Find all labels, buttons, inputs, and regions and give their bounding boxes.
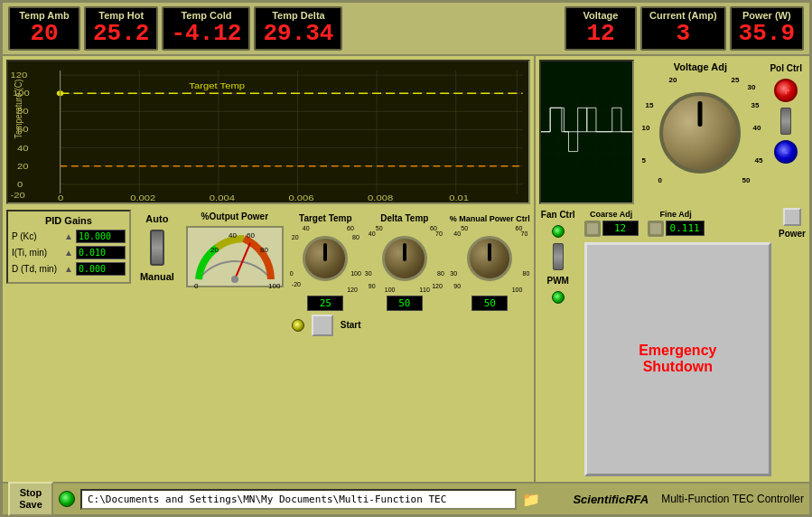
metric-temp-cold-value: -4.12 — [171, 21, 241, 47]
fine-adj-label: Fine Adj — [660, 210, 692, 219]
va-scale-45: 45 — [755, 156, 763, 164]
pid-i-label: I(Ti, min) — [12, 248, 61, 258]
svg-text:20: 20 — [17, 161, 29, 170]
coarse-adj-icon — [584, 221, 601, 237]
pid-d-input[interactable] — [76, 262, 126, 276]
va-scale-25: 25 — [732, 76, 740, 84]
output-power-title: %Output Power — [201, 212, 268, 221]
pwm-label: PWM — [546, 276, 568, 286]
pid-title: PID Gains — [12, 215, 126, 226]
mp-scale-90: 90 — [453, 283, 461, 289]
svg-text:-20: -20 — [11, 191, 26, 200]
mp-scale-30: 30 — [450, 270, 457, 277]
power-button[interactable] — [783, 208, 801, 226]
start-label: Start — [341, 320, 361, 330]
pid-p-arrow-up[interactable]: ▲ — [64, 231, 73, 241]
pid-i-input[interactable] — [76, 246, 126, 259]
pol-toggle[interactable] — [780, 108, 791, 135]
svg-text:0.008: 0.008 — [368, 193, 394, 202]
power-label: Power — [779, 229, 806, 239]
middle-section: 120 100 80 60 40 20 0 -20 0 0.002 0.004 — [3, 56, 809, 482]
metric-power-w-value: 35.9 — [739, 21, 795, 47]
metric-voltage-value: 12 — [574, 21, 628, 47]
voltage-adj-section: Voltage Adj 20 25 30 15 35 10 40 5 45 0 … — [639, 60, 761, 204]
pid-i-arrow-up[interactable]: ▲ — [64, 248, 73, 258]
right-metrics: Voltage 12 Current (Amp) 3 Power (W) 35.… — [565, 6, 804, 51]
chart-svg: 120 100 80 60 40 20 0 -20 0 0.002 0.004 — [8, 61, 528, 202]
metric-temp-hot: Temp Hot 25.2 — [84, 6, 158, 51]
oscilloscope — [539, 60, 635, 204]
start-button[interactable] — [312, 315, 333, 336]
metric-temp-delta: Temp Delta 29.34 — [254, 6, 342, 51]
delta-temp-knob[interactable] — [382, 236, 427, 281]
va-scale-35: 35 — [751, 101, 760, 109]
pid-d-arrow-up[interactable]: ▲ — [64, 264, 73, 274]
brand-section: ScientificRFA Multi-Function TEC Control… — [546, 493, 804, 506]
svg-text:Target Temp: Target Temp — [189, 81, 245, 90]
auto-manual-toggle[interactable] — [150, 230, 164, 266]
metric-temp-amb-value: 20 — [17, 21, 71, 47]
pol-minus-icon: - — [784, 145, 789, 159]
tt-scale-20: 20 — [292, 234, 299, 240]
manual-label: Manual — [140, 271, 174, 282]
dt-scale-70: 70 — [435, 230, 443, 237]
svg-text:0: 0 — [194, 282, 199, 288]
voltage-adj-knob-wrapper: 20 25 30 15 35 10 40 5 45 0 50 — [641, 74, 759, 192]
coarse-adj-control: 12 — [584, 221, 639, 237]
pol-minus-button[interactable]: - — [774, 140, 798, 164]
coarse-adj-value: 12 — [602, 221, 639, 236]
dt-scale-80: 80 — [437, 270, 444, 277]
pol-ctrl-label: Pol Ctrl — [770, 63, 802, 73]
fan-ctrl-toggle[interactable] — [553, 243, 564, 270]
manual-power-knob[interactable] — [467, 236, 512, 281]
fine-adj-value: 0.111 — [666, 221, 705, 236]
target-temp-knob[interactable] — [303, 236, 348, 281]
metric-current-value: 3 — [649, 21, 717, 47]
knobs-start-section: Target Temp 40 60 20 80 0 100 -20 120 — [292, 210, 530, 336]
coarse-adj-section: Coarse Adj 12 — [584, 210, 639, 237]
controls-row: PID Gains P (Kc) ▲ I(Ti, min) ▲ D ( — [6, 210, 530, 478]
auto-manual-section: Auto Manual — [136, 210, 178, 286]
voltage-adj-title: Voltage Adj — [674, 61, 727, 72]
delta-temp-knob-section: Delta Temp 50 60 40 70 30 80 90 100 110 — [369, 213, 441, 311]
svg-text:0: 0 — [17, 180, 23, 189]
svg-text:40: 40 — [17, 143, 29, 152]
pid-p-input[interactable] — [76, 230, 126, 243]
metric-current: Current (Amp) 3 — [640, 6, 726, 51]
tt-scale-neg20: -20 — [292, 281, 301, 287]
svg-text:0.002: 0.002 — [130, 193, 156, 202]
svg-text:80: 80 — [260, 246, 268, 254]
svg-point-37 — [231, 276, 238, 283]
svg-rect-54 — [587, 223, 598, 234]
tt-scale-100: 100 — [350, 270, 361, 277]
pol-ctrl-section: Pol Ctrl + - — [766, 60, 806, 204]
pid-i-row: I(Ti, min) ▲ — [12, 246, 126, 259]
auto-label: Auto — [145, 213, 168, 224]
svg-text:60: 60 — [247, 231, 255, 240]
emergency-shutdown-button[interactable]: Emergency Shutdown — [584, 242, 771, 476]
pol-plus-button[interactable]: + — [774, 79, 798, 102]
dt-scale-90: 90 — [369, 283, 376, 289]
svg-rect-0 — [8, 61, 528, 202]
va-scale-50: 50 — [742, 176, 751, 184]
target-temp-knob-section: Target Temp 40 60 20 80 0 100 -20 120 — [292, 213, 359, 311]
adj-emergency-section: Coarse Adj 12 Fine Adj — [583, 208, 773, 478]
metric-temp-amb: Temp Amb 20 — [8, 6, 80, 51]
fan-ctrl-label: Fan Ctrl — [541, 210, 575, 220]
status-led — [59, 491, 75, 507]
file-path-display: C:\Documents and Settings\MN\My Document… — [80, 489, 517, 510]
voltage-adj-knob[interactable] — [659, 92, 741, 174]
main-window: Temp Amb 20 Temp Hot 25.2 Temp Cold -4.1… — [0, 0, 812, 517]
pid-p-row: P (Kc) ▲ — [12, 230, 126, 243]
folder-icon[interactable]: 📁 — [522, 491, 540, 508]
stop-save-button[interactable]: StopSave — [8, 482, 53, 516]
va-scale-30: 30 — [748, 83, 756, 91]
coarse-adj-label: Coarse Adj — [590, 210, 632, 219]
metric-temp-delta-value: 29.34 — [263, 21, 333, 47]
metric-temp-hot-value: 25.2 — [93, 21, 149, 47]
mp-scale-100: 100 — [512, 287, 523, 293]
right-top: Voltage Adj 20 25 30 15 35 10 40 5 45 0 … — [539, 60, 806, 204]
mp-scale-80: 80 — [523, 270, 530, 277]
mp-scale-50: 50 — [461, 225, 468, 231]
tt-scale-40: 40 — [303, 225, 310, 231]
